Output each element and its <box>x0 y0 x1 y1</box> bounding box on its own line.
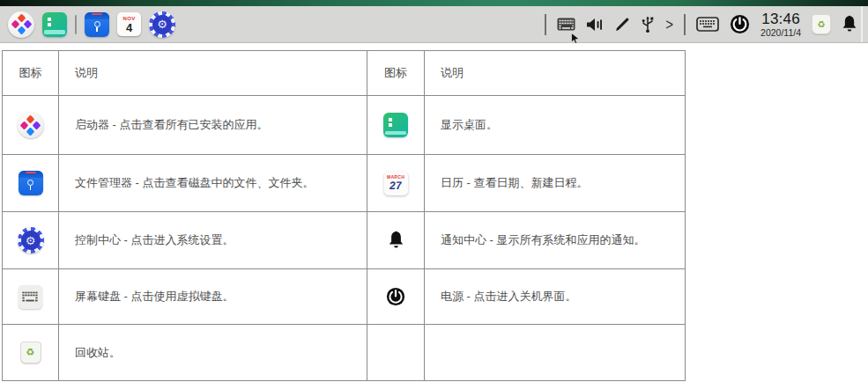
table-header-row: 图标 说明 图标 说明 <box>3 51 686 96</box>
date-text: 2020/11/4 <box>760 28 801 38</box>
control-center-icon[interactable]: ⚙ <box>149 11 175 38</box>
header-desc-left: 说明 <box>59 51 367 96</box>
taskbar: NOV 4 ⚙ <box>0 0 868 43</box>
calendar-day: 4 <box>126 22 132 33</box>
desktop-wallpaper-strip <box>0 0 868 6</box>
calendar-month: NOV <box>123 16 136 21</box>
launcher-dot-purple <box>23 20 32 29</box>
desc-onscreen-keyboard: 屏幕键盘 - 点击使用虚拟键盘。 <box>59 269 367 325</box>
trash-icon[interactable]: ♻ <box>812 14 831 34</box>
gear-icon: ⚙ <box>18 227 44 253</box>
taskbar-left-icons: NOV 4 ⚙ <box>8 6 175 42</box>
table-row: 启动器 - 点击查看所有已安装的应用。 显示桌面。 <box>3 96 686 155</box>
desc-control-center: 控制中心 - 点击进入系统设置。 <box>59 212 367 269</box>
gear-icon: ⚙ <box>149 11 175 38</box>
launcher-dot-magenta <box>11 20 19 29</box>
control-center-icon: ⚙ <box>18 227 44 253</box>
table-row: 屏幕键盘 - 点击使用虚拟键盘。 电源 - 点击进入关机界面。 <box>3 269 686 325</box>
taskbar-separator <box>75 15 77 34</box>
file-manager-icon[interactable] <box>85 12 109 37</box>
system-tray: > 13:46 <box>545 6 857 42</box>
desktop-bar <box>44 30 65 34</box>
clock[interactable]: 13:46 2020/11/4 <box>760 11 801 38</box>
filemgr-pin-stem <box>96 27 98 32</box>
filemgr-red-flap <box>92 13 102 15</box>
launcher-icon <box>18 112 44 138</box>
launcher-dot-red <box>17 14 26 23</box>
launcher-icon[interactable] <box>8 11 34 38</box>
empty-cell <box>367 325 425 381</box>
desktop-dot <box>48 23 51 26</box>
header-desc-right: 说明 <box>425 51 686 96</box>
recycle-glyph: ♻ <box>818 20 826 29</box>
calendar-day: 27 <box>389 180 402 192</box>
calendar-icon[interactable]: NOV 4 <box>117 12 141 36</box>
volume-icon[interactable] <box>586 18 604 32</box>
desc-power: 电源 - 点击进入关机界面。 <box>425 269 686 325</box>
desc-calendar: 日历 - 查看日期、新建日程。 <box>425 155 686 212</box>
onscreen-keyboard-icon[interactable] <box>696 17 719 32</box>
pen-icon[interactable] <box>614 17 630 33</box>
desc-file-manager: 文件管理器 - 点击查看磁盘中的文件、文件夹。 <box>59 155 367 212</box>
onscreen-keyboard-icon <box>19 285 42 309</box>
icon-legend-table: 图标 说明 图标 说明 启动器 - 点击查看所有已安装的应用。 显示桌面。 <box>2 50 686 381</box>
header-icon-left: 图标 <box>3 51 59 96</box>
screenshot-root: NOV 4 ⚙ <box>0 0 868 382</box>
tray-separator <box>684 14 686 35</box>
power-icon <box>386 287 405 306</box>
table-row: ♻ 回收站。 <box>3 325 686 381</box>
notification-bell-icon[interactable] <box>842 15 857 33</box>
power-icon[interactable] <box>730 14 750 34</box>
desc-notification-center: 通知中心 - 显示所有系统和应用的通知。 <box>425 212 686 269</box>
desc-show-desktop: 显示桌面。 <box>425 96 686 155</box>
keyboard-icon[interactable] <box>557 18 575 31</box>
table-row: 文件管理器 - 点击查看磁盘中的文件、文件夹。 MARCH 27 日历 - 查看… <box>3 155 686 212</box>
time-text: 13:46 <box>760 11 801 26</box>
show-desktop-icon[interactable] <box>42 12 67 37</box>
calendar-month: MARCH <box>387 175 404 180</box>
desktop-dot <box>48 18 51 21</box>
mouse-cursor <box>571 33 580 44</box>
table-row: ⚙ 控制中心 - 点击进入系统设置。 通知中心 - 显示所有系统和应用的通知。 <box>3 212 686 269</box>
recycle-glyph: ♻ <box>26 348 35 357</box>
show-desktop-icon <box>383 113 408 137</box>
tray-separator <box>545 14 546 35</box>
taskbar-edge-strip <box>861 6 863 42</box>
filemgr-pin <box>94 21 100 27</box>
desc-trash: 回收站。 <box>59 325 367 381</box>
file-manager-icon <box>19 171 43 195</box>
trash-icon: ♻ <box>20 342 41 364</box>
header-icon-right: 图标 <box>367 51 425 96</box>
usb-icon[interactable] <box>641 15 655 34</box>
empty-cell <box>425 325 686 381</box>
calendar-icon: MARCH 27 <box>384 172 408 195</box>
notification-bell-icon <box>388 231 404 250</box>
tray-expand-chevron-icon[interactable]: > <box>665 15 673 33</box>
desc-launcher: 启动器 - 点击查看所有已安装的应用。 <box>59 96 367 155</box>
launcher-dot-blue <box>17 26 26 35</box>
